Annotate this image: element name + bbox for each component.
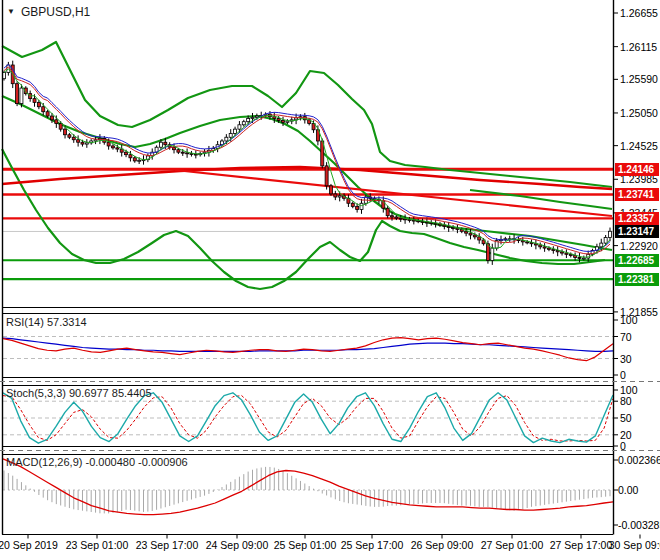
- candle-body: [543, 247, 546, 248]
- candle-body: [55, 120, 58, 124]
- candle-body: [125, 152, 128, 154]
- candle-body: [173, 147, 176, 149]
- candle-body: [111, 146, 114, 148]
- candle-body: [59, 124, 62, 130]
- resistance-price-tag: 1.24146: [615, 163, 659, 176]
- price-tick-label: 1.22920: [620, 240, 658, 252]
- rsi-main-line: [3, 338, 613, 361]
- candle-body: [282, 120, 285, 122]
- candle-body: [242, 122, 245, 125]
- candle-body: [85, 143, 88, 144]
- candle-body: [42, 107, 45, 112]
- time-axis-label: 24 Sep 09:00: [206, 539, 268, 551]
- symbol-selector[interactable]: ▼GBPUSD,H1: [7, 5, 90, 19]
- candle-body: [334, 194, 337, 197]
- rsi-indicator-label: RSI(14) 57.3314: [6, 316, 87, 328]
- support-price-tag: 1.22685: [615, 254, 659, 267]
- stoch-axis-label: 20: [620, 429, 632, 441]
- time-axis-label: 23 Sep 01:00: [66, 539, 128, 551]
- candle-body: [234, 129, 237, 133]
- price-tick-label: 1.26115: [620, 41, 657, 53]
- resistance-price-tag: 1.23357: [615, 212, 659, 225]
- candle-body: [391, 216, 394, 217]
- candle-body: [107, 142, 110, 146]
- time-axis-label: 20 Sep 2019: [0, 539, 58, 551]
- fast-ma-blue: [4, 64, 610, 251]
- time-axis-label: 25 Sep 01:00: [274, 539, 336, 551]
- stoch-axis-label: 100: [620, 384, 638, 396]
- rsi-axis-label: 30: [620, 353, 632, 365]
- rsi-axis-label: 70: [620, 331, 632, 343]
- candle-body: [251, 117, 254, 118]
- candle-body: [72, 137, 75, 139]
- price-tick-label: 1.24525: [620, 140, 658, 152]
- candle-body: [133, 158, 136, 161]
- price-tick-label: 1.25590: [620, 73, 658, 85]
- candle-body: [360, 203, 363, 209]
- stoch-axis-label: 50: [620, 412, 632, 424]
- time-axis-label: 23 Sep 17:00: [136, 539, 198, 551]
- candle-body: [229, 134, 232, 138]
- candle-body: [16, 84, 19, 104]
- candle-body: [186, 153, 189, 154]
- candle-body: [582, 258, 585, 259]
- macd-indicator-label: MACD(12,26,9) -0.000480 -0.000906: [6, 456, 188, 468]
- candle-body: [286, 121, 289, 122]
- resistance-price-tag: 1.23741: [615, 188, 659, 201]
- candle-body: [225, 137, 228, 141]
- candle-body: [473, 235, 476, 237]
- support-price-tag: 1.22381: [615, 273, 659, 286]
- candle-body: [526, 242, 529, 243]
- candle-body: [181, 152, 184, 153]
- price-tick-label: 1.25050: [620, 107, 658, 119]
- bollinger-secondary-band: [470, 190, 612, 209]
- bollinger-upper-band: [2, 42, 612, 187]
- candle-body: [247, 119, 250, 122]
- candle-body: [255, 116, 258, 117]
- candle-body: [116, 148, 119, 149]
- stoch-axis-label: 80: [620, 395, 632, 407]
- candle-body: [338, 196, 341, 197]
- candle-body: [129, 155, 132, 158]
- candle-body: [46, 112, 49, 116]
- stochastic-indicator-label: Stoch(5,3,3) 90.6977 85.4405: [6, 387, 152, 399]
- candle-body: [64, 129, 67, 135]
- candle-body: [329, 186, 332, 194]
- candle-body: [578, 257, 581, 258]
- candle-body: [37, 102, 40, 106]
- candle-body: [68, 135, 71, 137]
- candle-body: [491, 248, 494, 260]
- candle-body: [452, 228, 455, 229]
- fast-ma-green: [4, 69, 610, 258]
- time-axis-label: 30 Sep 09:00: [609, 539, 660, 551]
- candle-body: [465, 231, 468, 233]
- candle-body: [159, 142, 162, 147]
- current-price-tag: 1.23147: [615, 225, 659, 238]
- time-axis-label: 27 Sep 01:00: [481, 539, 543, 551]
- price-tick-label: 1.26655: [620, 7, 658, 19]
- descending-trendline: [175, 170, 612, 216]
- candle-body: [351, 203, 354, 206]
- candle-body: [469, 233, 472, 235]
- candle-body: [50, 116, 53, 120]
- candle-body: [356, 206, 359, 209]
- candle-body: [547, 248, 550, 249]
- time-axis-label: 27 Sep 17:00: [550, 539, 612, 551]
- time-axis-label: 25 Sep 17:00: [341, 539, 403, 551]
- candle-body: [238, 125, 241, 129]
- macd-axis-label: -0.003285: [618, 519, 660, 531]
- candle-body: [20, 88, 23, 104]
- chevron-down-icon[interactable]: ▼: [7, 7, 15, 16]
- candle-body: [609, 231, 612, 237]
- rsi-axis-label: 0: [620, 369, 626, 381]
- stoch-axis-label: 0: [620, 440, 626, 452]
- candle-body: [399, 218, 402, 219]
- time-axis-label: 26 Sep 09:00: [411, 539, 473, 551]
- candle-body: [94, 140, 97, 141]
- chart-canvas[interactable]: [0, 0, 660, 560]
- candle-body: [604, 238, 607, 244]
- macd-axis-label: 0.00: [618, 484, 638, 496]
- candle-body: [325, 166, 328, 186]
- candle-body: [600, 243, 603, 247]
- candle-body: [177, 150, 180, 152]
